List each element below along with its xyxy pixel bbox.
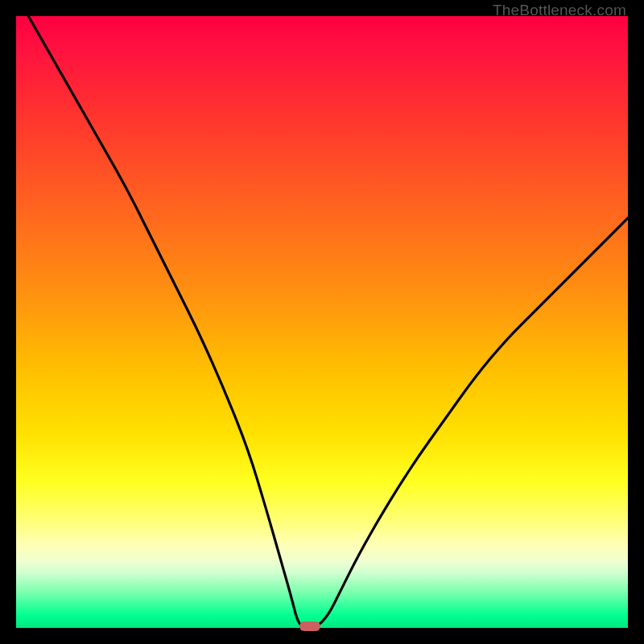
chart-container: TheBottleneck.com xyxy=(0,0,644,644)
plot-area xyxy=(16,16,628,628)
optimal-marker xyxy=(299,621,320,631)
bottleneck-curve xyxy=(28,16,628,628)
curve-svg xyxy=(16,16,628,628)
